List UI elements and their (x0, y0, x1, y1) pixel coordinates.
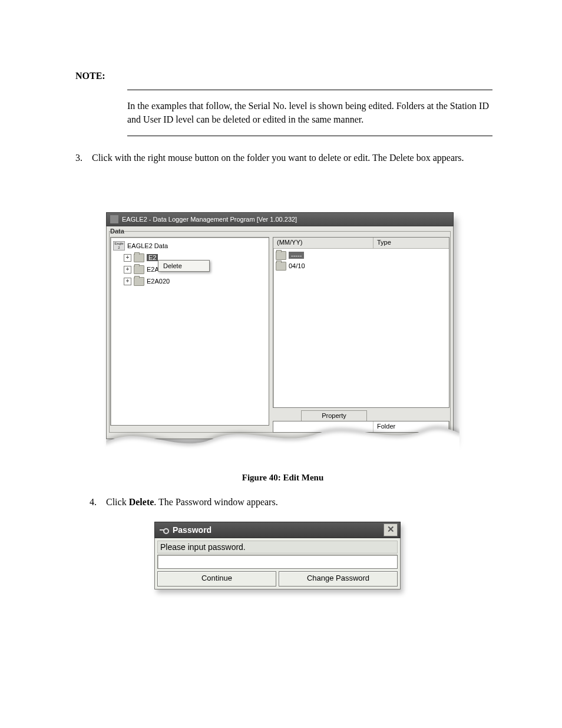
property-value: Folder (373, 421, 449, 432)
folder-icon (276, 251, 286, 260)
group-label: Data (110, 228, 124, 235)
list-row-label: ----- (289, 252, 304, 259)
note-rule-top (127, 90, 492, 90)
expand-icon[interactable]: + (124, 266, 131, 274)
step-text-b: . The Password window appears. (154, 497, 277, 507)
expand-icon[interactable]: + (124, 278, 131, 285)
property-box: Folder (273, 421, 449, 433)
password-dialog: Password ✕ Please input password. Contin… (154, 522, 401, 589)
continue-button[interactable]: Continue (157, 571, 276, 587)
folder-icon (276, 262, 286, 271)
instruction-step-4: 4. Click Delete. The Password window app… (90, 495, 496, 509)
property-tab[interactable]: Property (301, 410, 367, 421)
list-row-label: 04/10 (289, 262, 305, 269)
app-titlebar: EAGLE2 - Data Logger Management Program … (106, 212, 454, 226)
key-icon (160, 527, 169, 533)
list-col-type[interactable]: Type (373, 238, 449, 248)
password-titlebar: Password ✕ (154, 522, 401, 538)
step-text-bold: Delete (129, 497, 154, 507)
password-input[interactable] (157, 555, 398, 569)
list-row[interactable]: ----- (273, 250, 449, 261)
screenshot-data-logger: EAGLE2 - Data Logger Management Program … (106, 212, 459, 460)
close-icon: ✕ (387, 524, 395, 534)
tree-item-selected[interactable]: E2 (147, 254, 158, 261)
note-rule-bottom (127, 136, 492, 136)
password-title: Password (173, 525, 211, 535)
context-menu-delete[interactable]: Delete (163, 262, 204, 269)
note-label: NOTE: (75, 71, 123, 81)
close-button[interactable]: ✕ (384, 523, 398, 536)
instruction-step-3: 3. Click with the right mouse button on … (75, 151, 494, 165)
change-password-button[interactable]: Change Password (279, 571, 398, 587)
step-text: Click with the right mouse button on the… (92, 153, 464, 163)
app-icon (110, 215, 118, 223)
tree-root-label[interactable]: EAGLE2 Data (127, 242, 168, 249)
list-row[interactable]: 04/10 (273, 261, 449, 271)
folder-icon (134, 265, 144, 274)
note-text: In the examples that follow, the Serial … (127, 99, 492, 126)
expand-icon[interactable]: + (124, 254, 131, 262)
folder-icon (134, 253, 144, 262)
folder-icon (134, 277, 144, 286)
figure-caption-40: Figure 40: Edit Menu (130, 473, 436, 483)
tree-pane[interactable]: Eagle2 EAGLE2 Data + E2 (110, 237, 269, 426)
password-prompt: Please input password. (157, 541, 398, 554)
list-header: (MM/YY) Type (273, 238, 449, 249)
eagle2-root-icon: Eagle2 (113, 241, 125, 251)
step-number: 4. (90, 495, 104, 509)
step-number: 3. (75, 151, 90, 165)
app-title: EAGLE2 - Data Logger Management Program … (122, 216, 297, 223)
tree-item[interactable]: E2A020 (147, 278, 170, 285)
list-pane[interactable]: (MM/YY) Type ----- 04/10 (273, 237, 449, 408)
list-col-date[interactable]: (MM/YY) (273, 238, 373, 248)
context-menu: Delete (158, 260, 210, 272)
step-text-a: Click (106, 497, 129, 507)
